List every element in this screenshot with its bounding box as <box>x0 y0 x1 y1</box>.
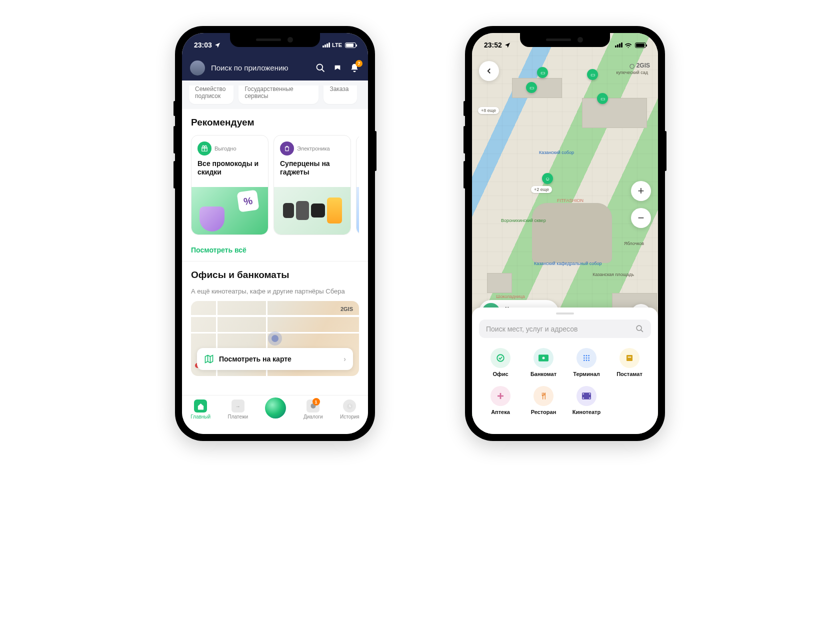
promo-art: % <box>192 187 268 234</box>
gift-icon <box>198 142 212 156</box>
recommend-row[interactable]: Выгодно Все промокоды и скидки % Электро… <box>191 135 359 235</box>
svg-rect-26 <box>589 398 590 398</box>
location-arrow-icon <box>214 42 220 48</box>
home-icon <box>194 400 207 412</box>
wifi-icon <box>624 42 632 48</box>
chip-orders[interactable]: Заказа <box>324 86 356 104</box>
screen-right: ▭ ▭ ▭ ▭ ☺ +8 еще +2 еще купеческий сад К… <box>472 33 658 434</box>
location-arrow-icon <box>504 42 510 48</box>
dialogs-badge: 1 <box>312 398 320 406</box>
svg-point-12 <box>586 355 588 356</box>
plus-icon <box>490 386 510 406</box>
screen-left: 23:03 LTE Поиск по приложению 7 <box>182 33 368 434</box>
chip-gov-services[interactable]: Государственные сервисы <box>238 86 318 104</box>
map-pin[interactable]: ☺ <box>542 173 553 184</box>
view-on-map-button[interactable]: Посмотреть на карте › <box>197 348 353 370</box>
category-terminal[interactable]: Терминал <box>565 345 608 383</box>
svg-rect-25 <box>589 394 590 394</box>
tab-home[interactable]: Главный <box>190 400 210 420</box>
svg-point-10 <box>542 357 545 360</box>
svg-rect-23 <box>583 394 584 394</box>
svg-rect-20 <box>626 355 632 361</box>
map-pin[interactable]: ▭ <box>537 67 548 78</box>
phone-frame-right: ▭ ▭ ▭ ▭ ☺ +8 еще +2 еще купеческий сад К… <box>465 26 665 441</box>
search-icon <box>636 324 644 333</box>
checkmark-icon <box>490 348 510 368</box>
svg-point-7 <box>636 326 642 330</box>
tab-dialogs[interactable]: 1 Диалоги <box>304 400 323 420</box>
svg-point-15 <box>586 358 588 359</box>
arrow-left-icon <box>484 66 494 76</box>
search-input[interactable]: Поиск по приложению <box>211 64 309 72</box>
map-pin[interactable]: ▭ <box>587 69 598 80</box>
notifications-icon[interactable]: 7 <box>349 62 360 74</box>
sheet-handle[interactable] <box>556 312 574 314</box>
arrow-right-icon: → <box>232 400 244 412</box>
offices-subtitle: А ещё кинотеатры, кафе и другие партнёры… <box>191 288 359 295</box>
battery-icon <box>345 42 356 48</box>
phone-frame-left: 23:03 LTE Поиск по приложению 7 <box>175 26 375 441</box>
map-center-more[interactable]: +2 еще <box>531 186 552 193</box>
rec-card-work[interactable]: ₽ Работа домом <box>356 135 359 235</box>
category-pharmacy[interactable]: Аптека <box>479 383 522 421</box>
rec-card-gadgets[interactable]: Электроника Суперцены на гаджеты <box>274 135 351 235</box>
map-more-badge[interactable]: +8 еще <box>478 107 499 114</box>
category-atm[interactable]: Банкомат <box>522 345 565 383</box>
quick-chips-row[interactable]: Семейство подписок Государственные серви… <box>182 80 368 109</box>
gis-logo: ◯ 2GIS <box>630 62 650 69</box>
bookmark-icon[interactable] <box>332 62 343 74</box>
map-icon <box>204 354 214 364</box>
map-pin[interactable]: ▭ <box>597 93 608 104</box>
zoom-out-button[interactable]: − <box>631 208 651 228</box>
svg-point-11 <box>584 355 585 356</box>
svg-point-16 <box>588 358 590 359</box>
search-places-input[interactable]: Поиск мест, услуг и адресов <box>479 320 651 338</box>
film-icon <box>576 386 596 406</box>
tab-bar: Главный → Платежи 1 Диалоги История <box>182 395 368 434</box>
section-recommend: Рекомендуем Выгодно Все промокоды и скид… <box>182 109 368 239</box>
chip-subscriptions[interactable]: Семейство подписок <box>189 86 234 104</box>
locker-icon <box>620 348 640 368</box>
svg-point-0 <box>317 64 323 70</box>
svg-point-17 <box>584 360 585 361</box>
assistant-orb-icon <box>265 398 286 418</box>
search-icon[interactable] <box>315 62 326 74</box>
svg-point-13 <box>588 355 590 356</box>
recommend-title: Рекомендуем <box>191 117 359 128</box>
svg-rect-24 <box>583 398 584 398</box>
signal-icon <box>615 42 622 48</box>
category-restaurant[interactable]: Ресторан <box>522 383 565 421</box>
section-offices: Офисы и банкоматы А ещё кинотеатры, кафе… <box>182 262 368 385</box>
avatar[interactable] <box>190 60 205 76</box>
category-cinema[interactable]: Кинотеатр <box>565 383 608 421</box>
status-time: 23:52 <box>484 41 502 49</box>
see-all-link[interactable]: Посмотреть всё <box>182 239 368 261</box>
svg-point-14 <box>584 358 585 359</box>
category-postamat[interactable]: Постамат <box>608 345 651 383</box>
offices-title: Офисы и банкоматы <box>191 270 359 280</box>
map-preview[interactable]: 2GIS Посмотреть на карте › <box>191 301 359 376</box>
notifications-badge: 7 <box>356 60 362 67</box>
tab-history[interactable]: История <box>340 400 360 420</box>
notch <box>230 33 320 47</box>
fork-knife-icon <box>534 386 554 406</box>
tab-payments[interactable]: → Платежи <box>228 400 248 420</box>
bottom-sheet[interactable]: Поиск мест, услуг и адресов Офис Банкома <box>472 308 658 434</box>
gis-logo-icon: 2GIS <box>340 306 353 312</box>
clock-icon <box>343 400 356 412</box>
chevron-right-icon: › <box>344 355 346 363</box>
svg-point-19 <box>588 360 590 361</box>
svg-point-18 <box>586 360 588 361</box>
map-pin[interactable]: ▭ <box>526 82 537 93</box>
banknote-icon <box>534 348 554 368</box>
category-office[interactable]: Офис <box>479 345 522 383</box>
zoom-controls: + − <box>631 181 651 228</box>
tab-assistant[interactable] <box>265 400 286 418</box>
gadgets-art <box>274 187 350 234</box>
zoom-in-button[interactable]: + <box>631 181 651 201</box>
back-button[interactable] <box>479 61 499 81</box>
battery-icon <box>635 42 646 48</box>
signal-icon <box>322 42 330 48</box>
rec-card-promos[interactable]: Выгодно Все промокоды и скидки % <box>191 135 268 235</box>
grid-icon <box>576 348 596 368</box>
